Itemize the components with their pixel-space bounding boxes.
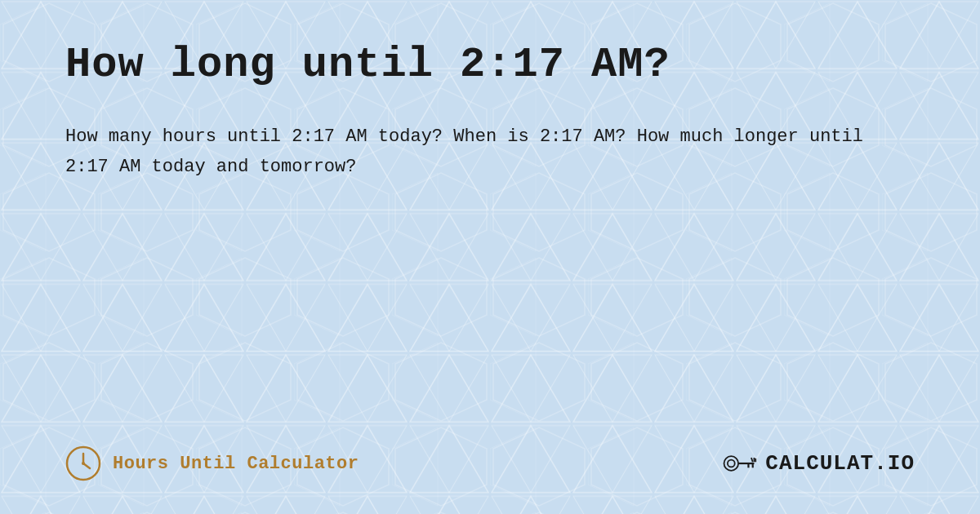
calculator-key-icon: [721, 445, 757, 481]
svg-point-11: [724, 456, 739, 471]
brand-right: CALCULAT.IO: [721, 445, 915, 481]
svg-point-10: [82, 462, 85, 465]
page-title: How long until 2:17 AM?: [65, 41, 915, 89]
page-description: How many hours until 2:17 AM today? When…: [65, 122, 882, 183]
brand-left-label: Hours Until Calculator: [113, 454, 359, 474]
brand-right-label: CALCULAT.IO: [765, 451, 915, 476]
footer: Hours Until Calculator CALCULAT.IO: [65, 445, 915, 481]
svg-point-12: [728, 460, 735, 467]
svg-line-17: [751, 458, 753, 462]
clock-icon: [65, 445, 101, 481]
brand-left: Hours Until Calculator: [65, 445, 359, 481]
